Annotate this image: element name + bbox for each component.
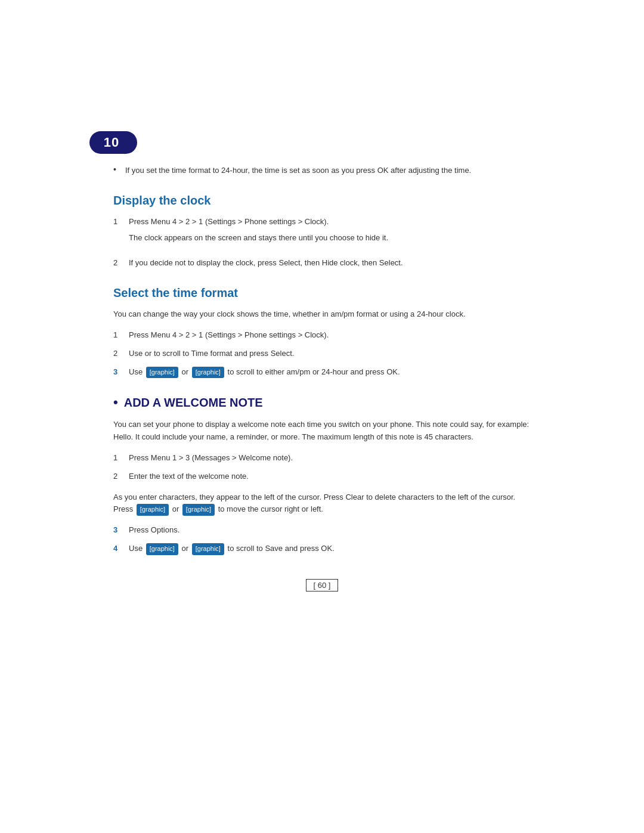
step-number: 1 [113, 216, 123, 252]
list-item: 3 Press Options. [113, 524, 531, 537]
step-content: Use or to scroll to Time format and pres… [129, 348, 531, 360]
step-number-blue: 3 [113, 524, 123, 537]
graphic-icon: [graphic] [146, 367, 178, 379]
welcome-note-steps-2: 3 Press Options. 4 Use [graphic] or [gra… [113, 524, 531, 555]
list-item: 1 Press Menu 4 > 2 > 1 (Settings > Phone… [113, 329, 531, 342]
step-content: Press Menu 1 > 3 (Messages > Welcome not… [129, 452, 531, 465]
welcome-note-mid-para: As you enter characters, they appear to … [113, 491, 531, 516]
step-content: If you decide not to display the clock, … [129, 257, 531, 270]
step-content: Use [graphic] or [graphic] to scroll to … [129, 543, 531, 555]
list-item: 2 Enter the text of the welcome note. [113, 470, 531, 483]
step-number-blue: 4 [113, 543, 123, 555]
display-clock-steps: 1 Press Menu 4 > 2 > 1 (Settings > Phone… [113, 216, 531, 270]
welcome-note-steps: 1 Press Menu 1 > 3 (Messages > Welcome n… [113, 452, 531, 483]
step-text: Use [graphic] or [graphic] to scroll to … [129, 367, 400, 376]
step-text: Press Menu 4 > 2 > 1 (Settings > Phone s… [129, 330, 329, 339]
graphic-icon: [graphic] [192, 543, 224, 555]
graphic-icon: [graphic] [146, 543, 178, 555]
page-number: [ 60 ] [113, 579, 531, 592]
page-number-text: [ 60 ] [306, 579, 339, 592]
welcome-note-intro: You can set your phone to display a welc… [113, 419, 531, 444]
list-item: 1 Press Menu 1 > 3 (Messages > Welcome n… [113, 452, 531, 465]
welcome-note-heading: ADD A WELCOME NOTE [113, 395, 531, 410]
section-display-clock: Display the clock 1 Press Menu 4 > 2 > 1… [113, 194, 531, 270]
step-text: If you decide not to display the clock, … [129, 258, 403, 267]
list-item: 2 If you decide not to display the clock… [113, 257, 531, 270]
time-format-steps: 1 Press Menu 4 > 2 > 1 (Settings > Phone… [113, 329, 531, 378]
chapter-badge: 10 [89, 131, 531, 154]
page-container: 10 If you set the time format to 24-hour… [0, 0, 644, 833]
graphic-icon: [graphic] [137, 504, 169, 516]
list-item: 3 Use [graphic] or [graphic] to scroll t… [113, 366, 531, 379]
list-item: 1 Press Menu 4 > 2 > 1 (Settings > Phone… [113, 216, 531, 252]
step-number: 1 [113, 329, 123, 342]
time-format-intro: You can change the way your clock shows … [113, 308, 531, 321]
step-number: 2 [113, 470, 123, 483]
intro-note-text: If you set the time format to 24-hour, t… [125, 165, 531, 177]
section-welcome-note: ADD A WELCOME NOTE You can set your phon… [113, 395, 531, 555]
step-content: Press Menu 4 > 2 > 1 (Settings > Phone s… [129, 329, 531, 342]
step-sub-text: The clock appears on the screen and stay… [129, 232, 531, 244]
list-item: 4 Use [graphic] or [graphic] to scroll t… [113, 543, 531, 555]
step-number-blue: 3 [113, 366, 123, 379]
step-number: 2 [113, 257, 123, 270]
time-format-heading: Select the time format [113, 286, 531, 300]
list-item: 2 Use or to scroll to Time format and pr… [113, 348, 531, 360]
step-number: 2 [113, 348, 123, 360]
step-content: Press Options. [129, 524, 531, 537]
section-time-format: Select the time format You can change th… [113, 286, 531, 378]
display-clock-heading: Display the clock [113, 194, 531, 208]
step-content: Use [graphic] or [graphic] to scroll to … [129, 366, 531, 379]
welcome-note-heading-text: ADD A WELCOME NOTE [124, 396, 263, 410]
step-text: Press Options. [129, 525, 179, 534]
step-content: Press Menu 4 > 2 > 1 (Settings > Phone s… [129, 216, 531, 252]
step-text: Press Menu 4 > 2 > 1 (Settings > Phone s… [129, 217, 329, 226]
graphic-icon: [graphic] [182, 504, 215, 516]
step-content: Enter the text of the welcome note. [129, 470, 531, 483]
intro-note: If you set the time format to 24-hour, t… [113, 165, 531, 177]
step-text: Enter the text of the welcome note. [129, 472, 249, 481]
step-text: Press Menu 1 > 3 (Messages > Welcome not… [129, 453, 293, 462]
graphic-icon: [graphic] [192, 367, 224, 379]
step-text: Use [graphic] or [graphic] to scroll to … [129, 544, 335, 553]
step-text: Use or to scroll to Time format and pres… [129, 349, 294, 358]
chapter-number: 10 [89, 131, 137, 154]
content-area: 10 If you set the time format to 24-hour… [113, 0, 531, 651]
step-number: 1 [113, 452, 123, 465]
